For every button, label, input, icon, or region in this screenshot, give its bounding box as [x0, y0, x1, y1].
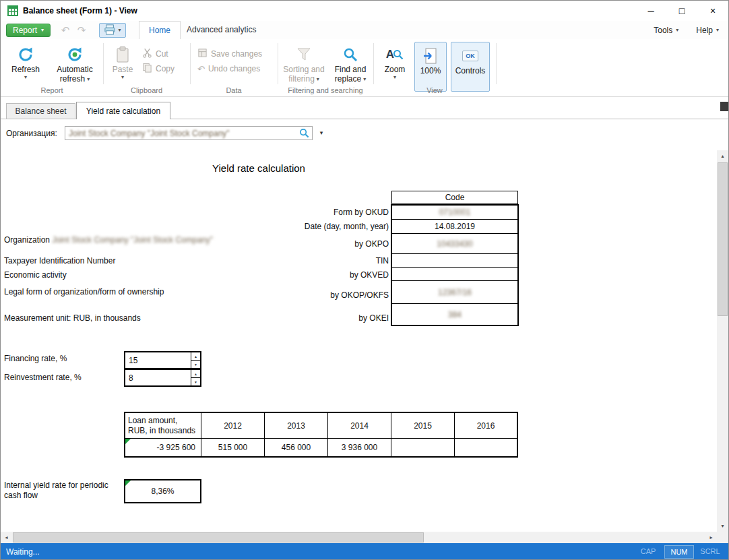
undo-icon[interactable]: ↶ [59, 21, 72, 39]
save-changes-icon [197, 48, 208, 60]
spinner-arrows: ▲ ▼ [191, 370, 200, 385]
maximize-button[interactable]: □ [666, 1, 697, 21]
code-row-label: Date (day, month, year) [200, 222, 389, 231]
menu-row: Report ▾ ↶ ↷ ▾ Home Advanced analytics T… [1, 21, 728, 39]
toolbar-divider [278, 43, 278, 84]
code-value-cell[interactable]: 10433430 [392, 234, 517, 254]
loan-cell[interactable] [455, 439, 517, 456]
okud-value: 0710001 [439, 208, 471, 217]
status-bar: Waiting... CAP NUM SCRL [1, 543, 728, 560]
loan-col-header: Loan amount, RUB, in thousands [125, 413, 201, 439]
spin-down-icon[interactable]: ▼ [191, 378, 200, 385]
refresh-icon [17, 44, 34, 65]
chevron-down-icon: ▾ [716, 28, 719, 33]
chevron-down-icon: ▾ [41, 28, 44, 33]
save-changes-button[interactable]: Save changes [197, 47, 262, 61]
status-text: Waiting... [6, 543, 40, 560]
reinvestment-rate-value[interactable]: 8 [125, 370, 191, 385]
copy-label: Copy [156, 64, 175, 73]
loan-cell[interactable]: 3 936 000 [328, 439, 391, 456]
printer-icon [104, 24, 116, 37]
loan-col-header: 2013 [265, 413, 328, 439]
report-menu-button[interactable]: Report ▾ [6, 24, 51, 37]
copy-button[interactable]: Copy [142, 62, 175, 75]
loan-cell[interactable]: 456 000 [265, 439, 328, 456]
code-value-cell[interactable] [392, 254, 517, 268]
tools-menu-label: Tools [654, 26, 672, 35]
reinvestment-rate-spinner[interactable]: 8 ▲ ▼ [124, 369, 201, 387]
spin-up-icon[interactable]: ▲ [191, 370, 200, 378]
code-value-cell[interactable] [392, 268, 517, 281]
irr-cell[interactable]: 8,36% [124, 479, 201, 503]
minimize-button[interactable]: ─ [635, 1, 666, 21]
help-menu[interactable]: Help ▾ [696, 21, 719, 39]
tab-advanced-analytics[interactable]: Advanced analytics [177, 21, 265, 39]
spin-down-icon[interactable]: ▼ [191, 361, 200, 368]
code-value-cell[interactable]: 0710001 [392, 206, 517, 220]
scroll-down-button[interactable]: ▾ [717, 520, 728, 532]
vertical-scroll-thumb[interactable] [718, 162, 728, 316]
report-menu-label: Report [13, 26, 37, 35]
spinner-arrows: ▲ ▼ [191, 352, 200, 368]
financing-rate-value[interactable]: 15 [125, 352, 191, 368]
save-changes-label: Save changes [211, 49, 262, 59]
organization-value: Joint Stock Company "Joint Stock Company… [69, 129, 230, 138]
irr-label: Internal yield rate for periodic cash fl… [4, 480, 120, 501]
organization-desc-redacted: Joint Stock Company "Joint Stock Company… [52, 235, 213, 245]
spin-up-icon[interactable]: ▲ [191, 352, 200, 361]
horizontal-scrollbar[interactable]: ◂ ▸ [1, 532, 717, 543]
loan-cell[interactable]: -3 925 600 [125, 439, 201, 456]
zoom-100-button[interactable]: 100% [414, 42, 447, 92]
organization-dropdown-button[interactable]: ▾ [315, 126, 328, 140]
scrollbar-corner [717, 532, 728, 543]
tools-menu[interactable]: Tools ▾ [654, 21, 678, 39]
redo-icon[interactable]: ↷ [75, 21, 88, 39]
organization-combobox[interactable]: Joint Stock Company "Joint Stock Company… [65, 126, 313, 140]
form-desc-label: Measurement unit: RUB, in thousands [4, 313, 141, 323]
close-icon: × [710, 5, 716, 16]
scroll-up-button[interactable]: ▴ [717, 150, 728, 162]
undo-changes-label: Undo changes [208, 64, 260, 73]
controls-button[interactable]: OK Controls [451, 42, 490, 92]
print-button[interactable]: ▾ [99, 23, 126, 38]
code-value-cell[interactable]: 384 [392, 304, 517, 325]
automatic-refresh-label-line1: Automatic [57, 65, 92, 74]
chevron-down-icon: ▾ [317, 77, 319, 82]
cut-button[interactable]: Cut [142, 47, 168, 61]
paste-icon [115, 44, 130, 65]
toolbar-divider [103, 43, 104, 84]
window-title: Balance sheet (Form 1) - View [23, 1, 137, 21]
code-value-cell[interactable]: 14.08.2019 [392, 220, 517, 234]
group-label-clipboard: Clipboard [103, 86, 190, 94]
financing-rate-spinner[interactable]: 15 ▲ ▼ [124, 351, 201, 369]
undo-changes-button[interactable]: ↶ Undo changes [197, 62, 260, 75]
undo-changes-icon: ↶ [197, 64, 205, 74]
loan-table: Loan amount, RUB, in thousands 2012 2013… [124, 412, 518, 458]
loan-amount-value: -3 925 600 [157, 443, 195, 452]
scroll-right-button[interactable]: ▸ [705, 532, 717, 543]
horizontal-scroll-thumb[interactable] [13, 532, 424, 542]
scroll-lock-indicator: SCRL [695, 545, 725, 559]
vertical-scrollbar[interactable]: ▴ ▾ [717, 150, 728, 532]
scroll-left-button[interactable]: ◂ [1, 532, 12, 543]
search-icon[interactable] [299, 128, 309, 140]
tab-yield-rate-calculation[interactable]: Yield rate calculation [76, 102, 170, 119]
loan-cell[interactable]: 515 000 [201, 439, 265, 456]
loan-col-header: 2012 [201, 413, 265, 439]
chevron-down-icon: ▾ [676, 28, 678, 33]
loan-cell[interactable] [391, 439, 455, 456]
titlebar: Balance sheet (Form 1) - View ─ □ × [1, 1, 728, 21]
chevron-down-icon: ▾ [87, 77, 90, 82]
close-button[interactable]: × [697, 1, 728, 21]
form-desc-label: Legal form of organization/form of owner… [4, 287, 164, 297]
document-tabstrip: Balance sheet Yield rate calculation [1, 97, 728, 119]
code-value-cell[interactable]: 12367/16 [392, 281, 517, 304]
zoom-icon: A [386, 44, 404, 65]
date-value: 14.08.2019 [435, 222, 475, 231]
group-label-view: View [373, 86, 496, 94]
keyboard-indicators: CAP NUM SCRL [633, 545, 725, 559]
tab-home[interactable]: Home [139, 21, 181, 39]
loan-2013-value: 456 000 [282, 443, 311, 452]
tab-balance-sheet[interactable]: Balance sheet [6, 103, 75, 119]
filter-icon [296, 44, 312, 65]
